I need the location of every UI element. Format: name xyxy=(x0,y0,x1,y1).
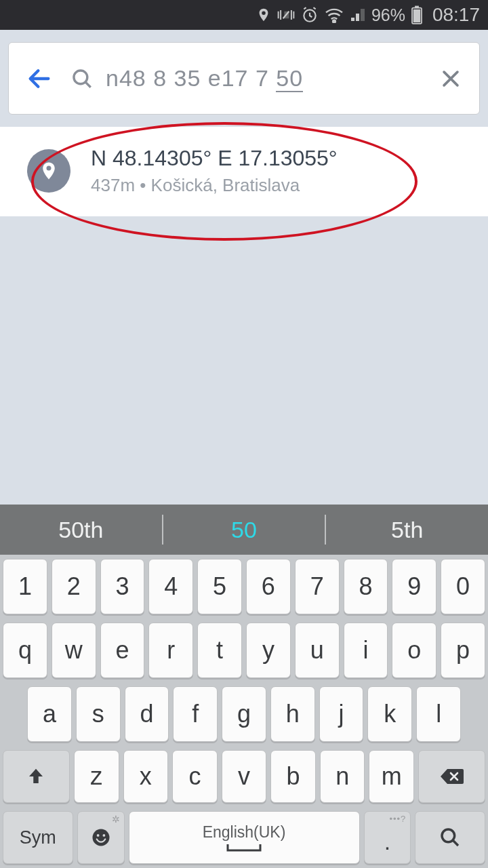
key-e[interactable]: e xyxy=(100,623,145,678)
back-icon[interactable] xyxy=(26,65,53,92)
search-box: n48 8 35 e17 7 50 xyxy=(8,42,480,115)
svg-rect-4 xyxy=(415,6,419,9)
keyboard-language: English(UK) xyxy=(203,823,286,842)
shift-key[interactable] xyxy=(3,750,70,803)
ellipsis-icon: •••? xyxy=(389,814,406,824)
result-subtitle: 437m • Košická, Bratislava xyxy=(91,175,338,196)
key-b[interactable]: b xyxy=(270,750,316,803)
svg-point-6 xyxy=(92,829,109,846)
search-container: n48 8 35 e17 7 50 xyxy=(0,30,488,127)
suggestion-right[interactable]: 5th xyxy=(326,517,488,543)
alarm-icon xyxy=(301,6,319,24)
key-f[interactable]: f xyxy=(173,686,218,742)
key-m[interactable]: m xyxy=(369,750,414,803)
key-s[interactable]: s xyxy=(76,686,121,742)
key-y[interactable]: y xyxy=(246,623,291,678)
key-3[interactable]: 3 xyxy=(100,559,145,614)
key-r[interactable]: r xyxy=(148,623,193,678)
search-text: n48 8 35 e17 7 50 xyxy=(106,65,303,92)
key-u[interactable]: u xyxy=(295,623,340,678)
key-n[interactable]: n xyxy=(320,750,365,803)
key-t[interactable]: t xyxy=(197,623,242,678)
key-6[interactable]: 6 xyxy=(246,559,291,614)
key-z[interactable]: z xyxy=(74,750,119,803)
key-j[interactable]: j xyxy=(319,686,364,742)
key-1[interactable]: 1 xyxy=(3,559,47,614)
space-key[interactable]: English(UK) xyxy=(129,811,360,864)
search-icon xyxy=(70,67,94,90)
key-row-1: q w e r t y u i o p xyxy=(0,618,488,682)
key-q[interactable]: q xyxy=(3,623,47,678)
suggestion-mid[interactable]: 50 xyxy=(163,517,325,543)
key-9[interactable]: 9 xyxy=(392,559,436,614)
suggestion-left[interactable]: 50th xyxy=(0,517,162,543)
key-2[interactable]: 2 xyxy=(52,559,96,614)
result-title: N 48.14305° E 17.13055° xyxy=(91,146,338,171)
key-4[interactable]: 4 xyxy=(148,559,193,614)
svg-point-9 xyxy=(442,829,455,842)
key-row-4: Sym ✲ English(UK) •••? . xyxy=(0,807,488,868)
empty-area xyxy=(0,216,488,505)
key-row-2: a s d f g h j k l xyxy=(0,682,488,746)
gear-icon: ✲ xyxy=(112,814,120,825)
key-0[interactable]: 0 xyxy=(441,559,485,614)
status-bar: 96% 08:17 xyxy=(0,0,488,30)
svg-point-7 xyxy=(96,834,99,837)
svg-point-5 xyxy=(74,70,87,83)
key-row-numbers: 1 2 3 4 5 6 7 8 9 0 xyxy=(0,555,488,618)
keyboard: 50th 50 5th 1 2 3 4 5 6 7 8 9 0 q w xyxy=(0,505,488,868)
backspace-key[interactable] xyxy=(418,750,485,803)
key-5[interactable]: 5 xyxy=(197,559,242,614)
map-pin-icon xyxy=(27,149,70,193)
location-icon xyxy=(256,6,271,24)
signal-icon xyxy=(350,7,366,22)
vibrate-icon xyxy=(277,7,296,23)
key-k[interactable]: k xyxy=(367,686,412,742)
key-l[interactable]: l xyxy=(416,686,461,742)
key-o[interactable]: o xyxy=(392,623,436,678)
clear-icon[interactable] xyxy=(439,67,462,90)
key-v[interactable]: v xyxy=(222,750,267,803)
search-input[interactable]: n48 8 35 e17 7 50 xyxy=(70,65,422,92)
svg-point-8 xyxy=(102,834,105,837)
key-x[interactable]: x xyxy=(123,750,169,803)
key-p[interactable]: p xyxy=(441,623,485,678)
key-c[interactable]: c xyxy=(172,750,218,803)
svg-rect-3 xyxy=(413,9,421,22)
key-i[interactable]: i xyxy=(344,623,388,678)
key-row-3: z x c v b n m xyxy=(0,746,488,807)
key-w[interactable]: w xyxy=(52,623,96,678)
key-g[interactable]: g xyxy=(222,686,266,742)
battery-icon xyxy=(411,5,423,24)
search-result[interactable]: N 48.14305° E 17.13055° 437m • Košická, … xyxy=(0,127,488,216)
key-a[interactable]: a xyxy=(27,686,72,742)
clock-time: 08:17 xyxy=(432,4,480,26)
search-key[interactable] xyxy=(415,811,485,864)
key-h[interactable]: h xyxy=(270,686,315,742)
key-d[interactable]: d xyxy=(125,686,169,742)
key-7[interactable]: 7 xyxy=(295,559,340,614)
sym-key[interactable]: Sym xyxy=(3,811,73,864)
wifi-icon xyxy=(324,7,344,23)
battery-pct: 96% xyxy=(371,5,405,25)
suggestion-bar: 50th 50 5th xyxy=(0,505,488,555)
emoji-key[interactable]: ✲ xyxy=(77,811,125,864)
dot-key[interactable]: •••? . xyxy=(364,811,411,864)
key-8[interactable]: 8 xyxy=(344,559,388,614)
